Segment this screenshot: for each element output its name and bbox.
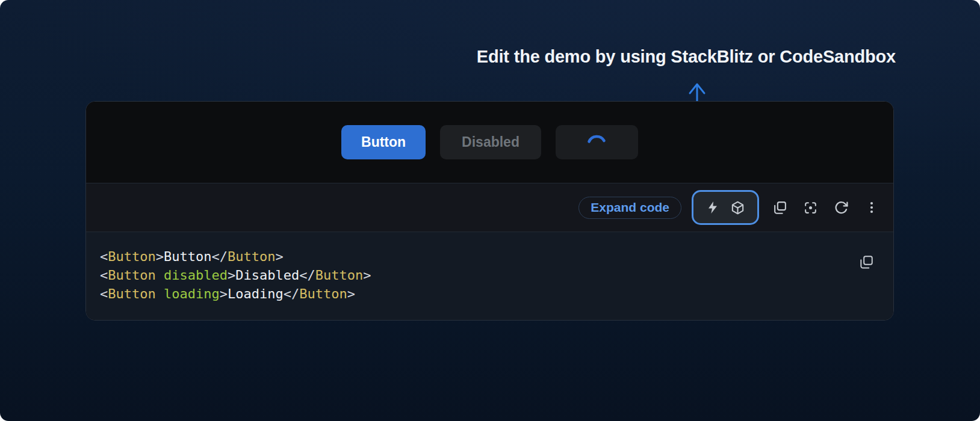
code-token: > (275, 249, 283, 264)
copy-icon (858, 254, 874, 270)
code-token: Loading (228, 286, 284, 301)
copy-icon (772, 200, 787, 215)
code-token: </ (211, 249, 228, 264)
code-token: Button (108, 249, 155, 264)
code-token: </ (299, 268, 315, 283)
code-token: Button (299, 286, 347, 301)
spinner-icon (586, 132, 607, 153)
page-background: Edit the demo by using StackBlitz or Cod… (0, 0, 980, 421)
copy-code-button[interactable] (769, 197, 790, 218)
isolate-demo-button[interactable] (800, 197, 820, 218)
focus-icon (803, 200, 818, 215)
code-token: Button (228, 249, 275, 264)
copy-snippet-button[interactable] (856, 252, 876, 272)
code-token: loading (164, 286, 220, 301)
code-token: > (363, 268, 371, 283)
demo-disabled-button: Disabled (440, 125, 541, 159)
code-token: disabled (164, 268, 228, 283)
stackblitz-icon[interactable] (706, 200, 720, 215)
code-token: > (156, 249, 164, 264)
demo-primary-button[interactable]: Button (341, 125, 426, 159)
codesandbox-icon[interactable] (730, 200, 745, 215)
code-token: Disabled (235, 268, 299, 283)
code-token: </ (284, 286, 300, 301)
code-token: < (100, 286, 108, 301)
demo-card: Button Disabled Expand code (85, 101, 894, 321)
code-token: < (100, 249, 108, 264)
more-icon (864, 200, 879, 215)
demo-preview-area: Button Disabled (86, 102, 893, 183)
code-token (156, 286, 164, 301)
code-token: < (100, 268, 108, 283)
annotation-text: Edit the demo by using StackBlitz or Cod… (477, 47, 896, 67)
reset-demo-button[interactable] (831, 197, 851, 218)
code-token: Button (315, 268, 363, 283)
code-token: Button (108, 286, 155, 301)
demo-loading-button (556, 125, 638, 159)
more-options-button[interactable] (861, 197, 882, 218)
code-token: Button (108, 268, 155, 283)
code-token: > (228, 268, 235, 283)
expand-code-button[interactable]: Expand code (578, 197, 681, 219)
code-line: <Button disabled>Disabled</Button> (100, 266, 851, 284)
code-lines: <Button>Button</Button><Button disabled>… (100, 247, 851, 303)
demo-toolbar: Expand code (86, 183, 893, 232)
code-token: Button (164, 249, 211, 264)
code-line: <Button loading>Loading</Button> (100, 284, 851, 303)
code-token (156, 268, 164, 283)
code-token: > (220, 286, 228, 301)
refresh-icon (834, 200, 849, 215)
code-token: > (347, 286, 355, 301)
code-line: <Button>Button</Button> (100, 247, 851, 266)
sandbox-highlight-group (692, 190, 759, 225)
code-block: <Button>Button</Button><Button disabled>… (86, 232, 893, 321)
